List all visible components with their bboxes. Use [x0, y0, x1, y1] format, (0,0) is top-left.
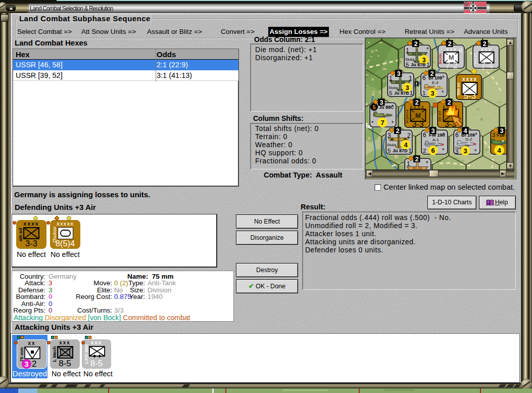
- svg-text:6: 6: [423, 132, 426, 139]
- svg-text:3: 3: [397, 70, 400, 77]
- svg-text:1: 1: [426, 62, 429, 68]
- svg-text:3: 3: [430, 90, 434, 97]
- svg-text:Ju 87B: Ju 87B: [394, 91, 409, 96]
- svg-text:3: 3: [500, 127, 503, 135]
- svg-text:2: 2: [482, 40, 486, 48]
- svg-text:5-3: 5-3: [464, 91, 476, 100]
- svg-text:1: 1: [407, 160, 410, 167]
- svg-text:*: *: [474, 148, 477, 154]
- svg-text:3: 3: [455, 149, 458, 155]
- svg-text:2: 2: [415, 155, 418, 163]
- svg-text:3: 3: [463, 147, 467, 155]
- svg-text:6: 6: [431, 147, 434, 154]
- svg-text:2: 2: [414, 40, 417, 48]
- svg-text:*: *: [442, 90, 444, 96]
- svg-text:R: R: [459, 48, 463, 54]
- svg-text:2: 2: [430, 70, 433, 77]
- svg-text:*: *: [475, 132, 477, 139]
- svg-text:Stuka: Stuka: [389, 86, 398, 90]
- svg-text:*: *: [442, 74, 445, 81]
- svg-text:2: 2: [447, 99, 451, 106]
- svg-text:3: 3: [379, 99, 383, 106]
- svg-text:*: *: [392, 104, 394, 110]
- svg-text:1: 1: [410, 90, 413, 96]
- svg-text:*: *: [426, 46, 429, 53]
- svg-text:2: 2: [448, 40, 451, 48]
- svg-text:*: *: [426, 160, 428, 167]
- svg-text:7-2: 7-2: [446, 61, 458, 70]
- svg-text:Ju 87B: Ju 87B: [411, 62, 426, 67]
- svg-text:xxx: xxx: [481, 47, 493, 52]
- svg-text:*: *: [371, 120, 374, 126]
- svg-text:A-1: A-1: [432, 138, 439, 142]
- svg-text:3: 3: [492, 132, 495, 138]
- svg-text:3: 3: [431, 127, 434, 135]
- svg-text:Bryansk: Bryansk: [405, 109, 409, 123]
- svg-text:M: M: [415, 112, 421, 119]
- svg-text:xxxx: xxxx: [462, 76, 477, 82]
- svg-text:1: 1: [422, 90, 425, 96]
- svg-text:4th Inf: 4th Inf: [438, 111, 442, 122]
- svg-text:Stuka: Stuka: [405, 58, 414, 61]
- svg-text:2: 2: [423, 148, 426, 154]
- svg-text:7-4: 7-4: [481, 61, 493, 70]
- svg-text:*: *: [442, 147, 445, 153]
- svg-text:xxv inf: xxv inf: [473, 53, 477, 64]
- svg-text:4: 4: [463, 127, 467, 135]
- svg-text:Berlin: Berlin: [438, 53, 443, 64]
- svg-text:2: 2: [396, 127, 399, 135]
- svg-text:7: 7: [380, 119, 384, 126]
- svg-text:*: *: [443, 132, 445, 139]
- svg-text:5: 5: [406, 62, 409, 68]
- svg-text:6: 6: [455, 132, 459, 139]
- svg-text:5: 5: [372, 104, 375, 110]
- svg-text:E-3: E-3: [432, 80, 439, 85]
- svg-text:5: 5: [389, 90, 392, 96]
- svg-text:Ju 87D: Ju 87D: [393, 148, 408, 153]
- svg-text:*: *: [392, 120, 394, 126]
- svg-text:6: 6: [422, 74, 426, 81]
- svg-text:xxx: xxx: [446, 47, 458, 52]
- svg-text:2: 2: [415, 99, 418, 106]
- svg-text:50th inf: 50th inf: [457, 82, 460, 96]
- svg-text:3-3: 3-3: [412, 120, 423, 128]
- svg-text:4: 4: [497, 147, 501, 154]
- svg-text:Stuka: Stuka: [387, 143, 396, 147]
- svg-text:1: 1: [409, 148, 412, 154]
- svg-text:4: 4: [404, 141, 408, 149]
- svg-text:5: 5: [388, 148, 391, 154]
- svg-text:G-2: G-2: [465, 137, 472, 142]
